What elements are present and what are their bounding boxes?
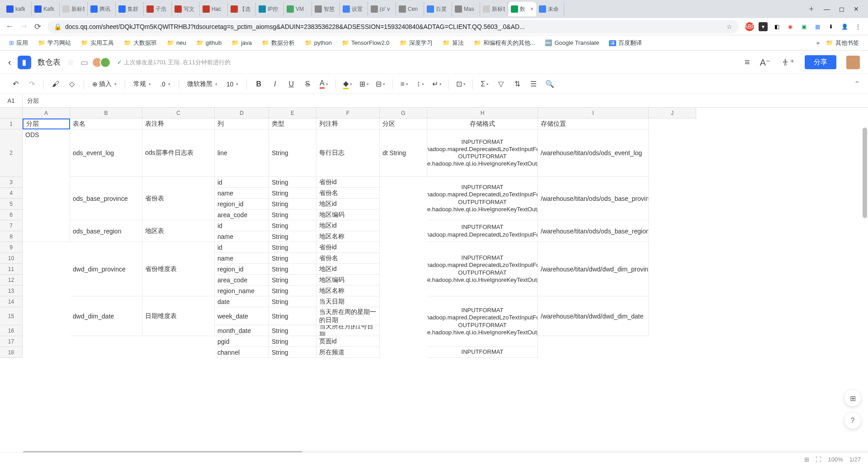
cell[interactable]: date xyxy=(215,296,269,307)
cell[interactable]: String xyxy=(269,220,316,231)
cell[interactable]: 存储格式 xyxy=(427,119,538,129)
nav-back[interactable]: ← xyxy=(5,22,14,31)
browser-tab[interactable]: 写文 xyxy=(172,2,200,16)
nav-reload[interactable]: ⟳ xyxy=(34,22,41,32)
share-button[interactable]: 分享 xyxy=(805,55,836,69)
ext-icon-2[interactable]: ▾ xyxy=(759,22,768,31)
filter[interactable]: ▽ xyxy=(494,77,508,91)
cell[interactable]: 省份维度表 xyxy=(142,242,215,296)
number-format[interactable]: 常规 xyxy=(130,80,155,88)
cell[interactable]: INPUTFORMAT 'com.hadoop.mapred.Deprecate… xyxy=(427,296,538,347)
column-header[interactable]: H xyxy=(427,108,538,118)
row-header[interactable]: 4 xyxy=(0,188,22,199)
merge-cells[interactable]: ⊟ xyxy=(373,77,387,91)
other-bookmarks[interactable]: 📁 其他书签 xyxy=(822,37,863,49)
text-color[interactable]: A xyxy=(316,77,331,91)
share-people-icon[interactable]: 🛉⁺ xyxy=(781,57,795,68)
cell[interactable]: String xyxy=(269,285,316,296)
cell[interactable]: region_name xyxy=(215,285,269,296)
text-wrap[interactable]: ↵ xyxy=(429,77,444,91)
clear-format[interactable]: ◇ xyxy=(65,77,79,91)
row-header[interactable]: 9 xyxy=(0,242,22,253)
cell[interactable]: 当天所在周的星期一的日期 xyxy=(316,307,380,325)
browser-tab[interactable]: Kafk xyxy=(32,2,60,16)
favorite-star[interactable]: ☆ xyxy=(67,57,74,67)
cell-reference[interactable]: A1 xyxy=(0,94,23,107)
url-input[interactable]: 🔒 docs.qq.com/sheet/DQkJTQm5KQWlTRHBJ?td… xyxy=(47,20,739,33)
browser-tab[interactable]: 数× xyxy=(508,2,536,16)
ext-icon-8[interactable]: 👤 xyxy=(840,22,849,31)
cell[interactable]: id xyxy=(215,242,269,253)
row-header[interactable]: 13 xyxy=(0,285,22,296)
new-tab-button[interactable]: + xyxy=(804,5,818,14)
float-help-icon[interactable]: ? xyxy=(844,413,861,429)
row-header[interactable]: 6 xyxy=(0,209,22,220)
row-header[interactable]: 8 xyxy=(0,231,22,242)
zoom-level[interactable]: 100% xyxy=(828,456,843,463)
cell[interactable]: id xyxy=(215,220,269,231)
cell[interactable]: 分层 xyxy=(23,119,70,129)
browser-tab[interactable]: 腾讯 xyxy=(88,2,116,16)
cell[interactable]: 表名 xyxy=(70,119,142,129)
cell[interactable]: INPUTFORMAT 'com.hadoop.mapred.Deprecate… xyxy=(427,177,538,220)
user-avatar[interactable] xyxy=(846,56,860,69)
column-header[interactable]: B xyxy=(70,108,142,118)
collaborator-avatars[interactable] xyxy=(94,57,111,68)
ext-abp[interactable]: ABP xyxy=(745,22,754,31)
column-header[interactable]: G xyxy=(380,108,427,118)
cell[interactable]: String xyxy=(269,347,316,358)
cell[interactable]: /warehouse/titan/dwd/dwd_dim_province xyxy=(538,242,649,296)
cell[interactable]: String xyxy=(269,177,316,188)
cell[interactable]: ods层事件日志表 xyxy=(142,129,215,177)
cell[interactable]: 省份id xyxy=(316,242,380,253)
cell[interactable]: pgid xyxy=(215,336,269,347)
cell[interactable]: String xyxy=(269,336,316,347)
bookmark-item[interactable]: 📁python xyxy=(301,37,335,49)
bookmark-item[interactable]: 📁实用工具 xyxy=(77,37,118,49)
cell[interactable]: 地区表 xyxy=(142,220,215,242)
browser-tab[interactable]: 新标签页 xyxy=(480,2,508,16)
cell[interactable]: /warehouse/titan/ods/ods_event_log xyxy=(538,129,649,177)
cell[interactable]: 地区id xyxy=(316,220,380,231)
h-align[interactable]: ≡ xyxy=(397,77,411,91)
row-header[interactable]: 15 xyxy=(0,307,22,325)
cell[interactable]: INPUTFORMAT 'com.hadoop.mapred.Deprecate… xyxy=(427,220,538,242)
cell[interactable]: channel xyxy=(215,347,269,358)
cell[interactable]: ods_base_region xyxy=(70,220,142,242)
cell[interactable]: String xyxy=(269,253,316,264)
cell[interactable]: dwd_dim_province xyxy=(70,242,142,296)
cell[interactable]: INPUTFORMAT 'com.hadoop.mapred.Deprecate… xyxy=(427,129,538,177)
cell[interactable]: 省份名 xyxy=(316,188,380,199)
view-mode-icon[interactable]: ⊞ xyxy=(804,456,809,463)
cell[interactable]: String xyxy=(269,264,316,275)
text-format-icon[interactable]: A⁻ xyxy=(760,57,771,68)
cell[interactable]: 地区编码 xyxy=(316,209,380,220)
column-header[interactable]: A xyxy=(23,108,70,118)
cell[interactable]: area_code xyxy=(215,209,269,220)
cell[interactable]: String xyxy=(269,188,316,199)
row-header[interactable]: 2 xyxy=(0,129,22,177)
cell[interactable]: id xyxy=(215,177,269,188)
cell[interactable]: ods_event_log xyxy=(70,129,142,177)
ext-icon-6[interactable]: ▦ xyxy=(813,22,822,31)
cell[interactable]: 省份表 xyxy=(142,177,215,220)
bookmark-item[interactable]: 📁neu xyxy=(163,37,190,49)
cell[interactable]: 存储位置 xyxy=(538,119,649,129)
cell[interactable]: /warehouse/titan/ods/ods_base_region xyxy=(538,220,649,242)
bookmark-item[interactable]: 📁数据分析 xyxy=(258,37,298,49)
bookmark-item[interactable]: 📁github xyxy=(193,37,225,49)
cell[interactable]: 每行日志 xyxy=(316,129,380,177)
column-header[interactable]: D xyxy=(215,108,269,118)
cell[interactable]: /warehouse/titan/dwd/dwd_dim_date xyxy=(538,296,649,336)
cell[interactable]: name xyxy=(215,253,269,264)
cell[interactable]: 当天所在月的1号日期 xyxy=(316,325,380,336)
cell[interactable]: String xyxy=(269,307,316,325)
browser-tab[interactable]: 集群 xyxy=(116,2,144,16)
column-header[interactable]: I xyxy=(538,108,649,118)
browser-tab[interactable]: 新标签页 xyxy=(60,2,88,16)
cell[interactable]: String xyxy=(269,325,316,336)
cell[interactable]: 地区名称 xyxy=(316,285,380,296)
cell[interactable]: 表注释 xyxy=(142,119,215,129)
row-header[interactable]: 18 xyxy=(0,347,22,358)
underline-button[interactable]: U xyxy=(284,77,298,91)
